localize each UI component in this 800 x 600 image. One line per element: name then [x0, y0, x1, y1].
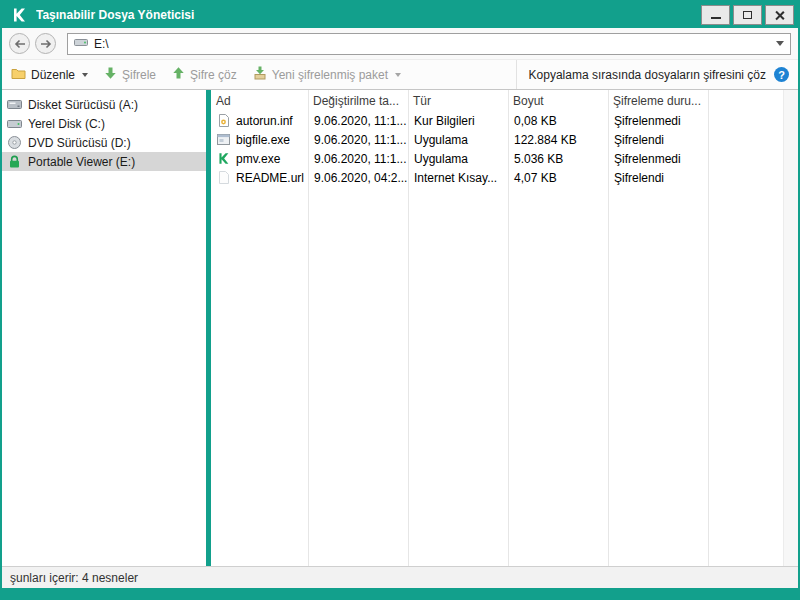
organize-label: Düzenle: [31, 68, 75, 82]
address-bar[interactable]: E:\: [67, 33, 791, 55]
minimize-button[interactable]: [701, 5, 730, 25]
column-separator[interactable]: [508, 90, 509, 566]
file-modified: 9.06.2020, 11:1...: [308, 152, 408, 166]
file-type: Internet Kısay...: [408, 171, 508, 185]
floppy-drive-icon: [7, 97, 22, 112]
close-icon: [774, 10, 785, 21]
file-size: 4,07 KB: [508, 171, 608, 185]
folder-icon: [11, 67, 26, 83]
drive-icon: [74, 35, 88, 52]
file-encryption-status: Şifrelendi: [608, 171, 708, 185]
file-type: Uygulama: [408, 152, 508, 166]
decrypt-arrow-up-icon: [172, 66, 185, 83]
minimize-icon: [711, 17, 721, 19]
new-encrypted-package-label: Yeni şifrelenmiş paket: [272, 68, 388, 82]
exe-file-icon: [216, 132, 231, 147]
file-modified: 9.06.2020, 11:1...: [308, 133, 408, 147]
main-content: Disket Sürücüsü (A:) Yerel Disk (C:) DVD…: [2, 90, 798, 566]
sidebar-item-label: DVD Sürücüsü (D:): [28, 136, 131, 150]
sidebar-item-drive-c[interactable]: Yerel Disk (C:): [2, 114, 206, 133]
file-size: 0,08 KB: [508, 114, 608, 128]
maximize-button[interactable]: [733, 5, 762, 25]
window-title: Taşınabilir Dosya Yöneticisi: [36, 8, 701, 22]
status-text: şunları içerir: 4 nesneler: [10, 571, 138, 585]
column-header-modified[interactable]: Değiştirilme ta...: [308, 94, 408, 108]
file-list-header: Ad Değiştirilme ta... Tür Boyut Şifrelem…: [211, 90, 783, 111]
sidebar-item-drive-a[interactable]: Disket Sürücüsü (A:): [2, 95, 206, 114]
encrypt-label: Şifrele: [122, 68, 156, 82]
file-row-readme-url[interactable]: README.url 9.06.2020, 04:2... Internet K…: [211, 168, 783, 187]
file-modified: 9.06.2020, 04:2...: [308, 171, 408, 185]
file-encryption-status: Şifrelenmedi: [608, 114, 708, 128]
vertical-scrollbar[interactable]: [783, 90, 798, 566]
file-row-autorun-inf[interactable]: autorun.inf 9.06.2020, 11:1... Kur Bilgi…: [211, 111, 783, 130]
title-bar[interactable]: Taşınabilir Dosya Yöneticisi: [2, 2, 798, 28]
window-controls: [701, 5, 794, 25]
file-name: bigfile.exe: [236, 133, 290, 147]
file-name: autorun.inf: [236, 114, 293, 128]
file-modified: 9.06.2020, 11:1...: [308, 114, 408, 128]
file-size: 122.884 KB: [508, 133, 608, 147]
maximize-icon: [743, 11, 752, 19]
decrypt-label: Şifre çöz: [190, 68, 237, 82]
drive-tree-sidebar: Disket Sürücüsü (A:) Yerel Disk (C:) DVD…: [2, 90, 206, 566]
decrypt-button[interactable]: Şifre çöz: [172, 66, 237, 83]
column-separator[interactable]: [308, 90, 309, 566]
new-encrypted-package-button[interactable]: Yeni şifrelenmiş paket: [253, 66, 401, 83]
kaspersky-logo-icon: [10, 6, 28, 24]
new-package-caret-icon[interactable]: [395, 73, 401, 77]
column-separator[interactable]: [408, 90, 409, 566]
navigation-bar: E:\: [2, 28, 798, 60]
organize-caret-icon: [82, 73, 88, 77]
address-text: E:\: [94, 37, 109, 51]
sidebar-item-drive-d[interactable]: DVD Sürücüsü (D:): [2, 133, 206, 152]
organize-button[interactable]: Düzenle: [11, 67, 88, 83]
column-separator[interactable]: [708, 90, 709, 566]
file-type: Kur Bilgileri: [408, 114, 508, 128]
lock-icon: [7, 154, 22, 169]
back-button[interactable]: [9, 33, 30, 54]
package-icon: [253, 66, 267, 83]
portable-file-manager-window: Taşınabilir Dosya Yöneticisi E:\ Dü: [0, 0, 800, 600]
file-size: 5.036 KB: [508, 152, 608, 166]
file-encryption-status: Şifrelenmedi: [608, 152, 708, 166]
info-icon[interactable]: ?: [774, 67, 789, 82]
encrypt-button[interactable]: Şifrele: [104, 66, 156, 83]
column-header-encryption-status[interactable]: Şifreleme duru...: [608, 94, 708, 108]
column-header-type[interactable]: Tür: [408, 94, 508, 108]
address-dropdown-icon[interactable]: [776, 41, 784, 46]
decrypt-on-copy-label: Kopyalama sırasında dosyaların şifresini…: [529, 68, 766, 82]
file-encryption-status: Şifrelendi: [608, 133, 708, 147]
status-bar: şunları içerir: 4 nesneler: [2, 566, 798, 588]
sidebar-item-label: Disket Sürücüsü (A:): [28, 98, 138, 112]
inf-file-icon: [216, 113, 231, 128]
column-header-size[interactable]: Boyut: [508, 94, 608, 108]
url-file-icon: [216, 170, 231, 185]
sidebar-item-label: Yerel Disk (C:): [28, 117, 105, 131]
file-name: README.url: [236, 171, 304, 185]
sidebar-item-label: Portable Viewer (E:): [28, 155, 135, 169]
close-button[interactable]: [765, 5, 794, 25]
file-name: pmv.exe: [236, 152, 280, 166]
file-list: Ad Değiştirilme ta... Tür Boyut Şifrelem…: [211, 90, 783, 566]
file-row-bigfile-exe[interactable]: bigfile.exe 9.06.2020, 11:1... Uygulama …: [211, 130, 783, 149]
sidebar-item-drive-e[interactable]: Portable Viewer (E:): [2, 152, 206, 171]
file-row-pmv-exe[interactable]: pmv.exe 9.06.2020, 11:1... Uygulama 5.03…: [211, 149, 783, 168]
column-separator[interactable]: [608, 90, 609, 566]
back-arrow-icon: [14, 38, 26, 50]
window-bottom-accent: [2, 588, 798, 598]
encrypt-arrow-down-icon: [104, 66, 117, 83]
column-header-name[interactable]: Ad: [211, 94, 308, 108]
hard-disk-icon: [7, 116, 22, 131]
dvd-drive-icon: [7, 135, 22, 150]
forward-button[interactable]: [35, 33, 56, 54]
forward-arrow-icon: [40, 38, 52, 50]
file-type: Uygulama: [408, 133, 508, 147]
toolbar: Düzenle Şifrele Şifre çöz Yeni şifrelenm…: [2, 60, 798, 90]
decrypt-on-copy-option[interactable]: Kopyalama sırasında dosyaların şifresini…: [516, 60, 789, 89]
kaspersky-app-icon: [216, 151, 231, 166]
